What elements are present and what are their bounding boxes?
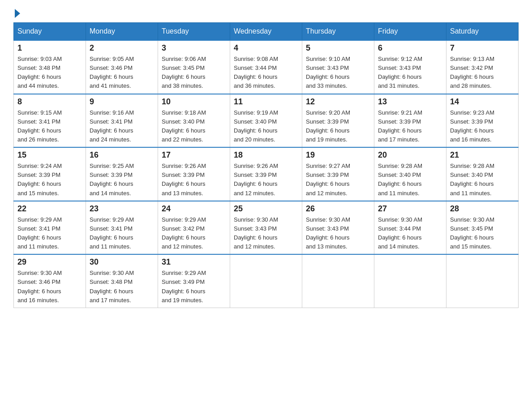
header-sunday: Sunday [14,23,86,41]
day-info: Sunrise: 9:03 AMSunset: 3:48 PMDaylight:… [17,56,62,89]
calendar-week-5: 29 Sunrise: 9:30 AMSunset: 3:46 PMDaylig… [14,254,519,308]
table-row: 28 Sunrise: 9:30 AMSunset: 3:45 PMDaylig… [446,201,519,255]
table-row [446,254,519,308]
header-saturday: Saturday [446,23,519,41]
day-info: Sunrise: 9:20 AMSunset: 3:39 PMDaylight:… [306,109,350,143]
day-info: Sunrise: 9:05 AMSunset: 3:46 PMDaylight:… [90,56,134,89]
day-info: Sunrise: 9:15 AMSunset: 3:41 PMDaylight:… [17,109,62,143]
table-row [302,254,374,308]
day-info: Sunrise: 9:21 AMSunset: 3:39 PMDaylight:… [378,109,422,143]
day-info: Sunrise: 9:25 AMSunset: 3:39 PMDaylight:… [90,163,134,196]
day-number: 25 [234,204,298,214]
day-number: 26 [306,204,370,214]
day-info: Sunrise: 9:30 AMSunset: 3:44 PMDaylight:… [378,216,422,250]
day-number: 31 [162,257,226,267]
day-info: Sunrise: 9:26 AMSunset: 3:39 PMDaylight:… [234,163,278,196]
day-info: Sunrise: 9:19 AMSunset: 3:40 PMDaylight:… [234,109,278,143]
table-row: 18 Sunrise: 9:26 AMSunset: 3:39 PMDaylig… [230,147,302,201]
day-info: Sunrise: 9:18 AMSunset: 3:40 PMDaylight:… [162,109,206,143]
day-info: Sunrise: 9:29 AMSunset: 3:49 PMDaylight:… [162,270,206,303]
day-number: 1 [17,43,82,53]
table-row [374,254,446,308]
day-number: 5 [306,43,370,53]
day-info: Sunrise: 9:29 AMSunset: 3:41 PMDaylight:… [17,216,62,250]
day-info: Sunrise: 9:27 AMSunset: 3:39 PMDaylight:… [306,163,350,196]
table-row: 3 Sunrise: 9:06 AMSunset: 3:45 PMDayligh… [158,40,230,94]
table-row: 11 Sunrise: 9:19 AMSunset: 3:40 PMDaylig… [230,94,302,148]
table-row [230,254,302,308]
table-row: 20 Sunrise: 9:28 AMSunset: 3:40 PMDaylig… [374,147,446,201]
day-number: 6 [378,43,442,53]
calendar-table: Sunday Monday Tuesday Wednesday Thursday… [13,22,519,308]
day-info: Sunrise: 9:16 AMSunset: 3:41 PMDaylight:… [90,109,134,143]
logo [13,9,20,18]
day-info: Sunrise: 9:12 AMSunset: 3:43 PMDaylight:… [378,56,422,89]
day-number: 20 [378,150,442,160]
day-number: 18 [234,150,298,160]
day-number: 21 [450,150,515,160]
day-info: Sunrise: 9:24 AMSunset: 3:39 PMDaylight:… [17,163,62,196]
table-row: 1 Sunrise: 9:03 AMSunset: 3:48 PMDayligh… [14,40,86,94]
day-number: 29 [17,257,82,267]
table-row: 25 Sunrise: 9:30 AMSunset: 3:43 PMDaylig… [230,201,302,255]
day-number: 12 [306,97,370,107]
table-row: 8 Sunrise: 9:15 AMSunset: 3:41 PMDayligh… [14,94,86,148]
table-row: 23 Sunrise: 9:29 AMSunset: 3:41 PMDaylig… [86,201,158,255]
table-row: 7 Sunrise: 9:13 AMSunset: 3:42 PMDayligh… [446,40,519,94]
table-row: 31 Sunrise: 9:29 AMSunset: 3:49 PMDaylig… [158,254,230,308]
calendar-week-1: 1 Sunrise: 9:03 AMSunset: 3:48 PMDayligh… [14,40,519,94]
table-row: 5 Sunrise: 9:10 AMSunset: 3:43 PMDayligh… [302,40,374,94]
table-row: 4 Sunrise: 9:08 AMSunset: 3:44 PMDayligh… [230,40,302,94]
day-info: Sunrise: 9:26 AMSunset: 3:39 PMDaylight:… [162,163,206,196]
day-info: Sunrise: 9:28 AMSunset: 3:40 PMDaylight:… [450,163,494,196]
table-row: 30 Sunrise: 9:30 AMSunset: 3:48 PMDaylig… [86,254,158,308]
day-info: Sunrise: 9:30 AMSunset: 3:48 PMDaylight:… [90,270,134,303]
day-number: 22 [17,204,82,214]
day-number: 23 [90,204,154,214]
day-number: 14 [450,97,515,107]
day-number: 4 [234,43,298,53]
header-wednesday: Wednesday [230,23,302,41]
table-row: 13 Sunrise: 9:21 AMSunset: 3:39 PMDaylig… [374,94,446,148]
table-row: 16 Sunrise: 9:25 AMSunset: 3:39 PMDaylig… [86,147,158,201]
day-number: 15 [17,150,82,160]
header-tuesday: Tuesday [158,23,230,41]
table-row: 2 Sunrise: 9:05 AMSunset: 3:46 PMDayligh… [86,40,158,94]
day-info: Sunrise: 9:30 AMSunset: 3:46 PMDaylight:… [17,270,62,303]
table-row: 24 Sunrise: 9:29 AMSunset: 3:42 PMDaylig… [158,201,230,255]
table-row: 19 Sunrise: 9:27 AMSunset: 3:39 PMDaylig… [302,147,374,201]
calendar-week-2: 8 Sunrise: 9:15 AMSunset: 3:41 PMDayligh… [14,94,519,148]
day-number: 28 [450,204,515,214]
day-number: 19 [306,150,370,160]
day-number: 30 [90,257,154,267]
table-row: 29 Sunrise: 9:30 AMSunset: 3:46 PMDaylig… [14,254,86,308]
table-row: 10 Sunrise: 9:18 AMSunset: 3:40 PMDaylig… [158,94,230,148]
day-number: 7 [450,43,515,53]
table-row: 17 Sunrise: 9:26 AMSunset: 3:39 PMDaylig… [158,147,230,201]
day-info: Sunrise: 9:13 AMSunset: 3:42 PMDaylight:… [450,56,494,89]
day-number: 27 [378,204,442,214]
day-info: Sunrise: 9:23 AMSunset: 3:39 PMDaylight:… [450,109,494,143]
calendar-week-4: 22 Sunrise: 9:29 AMSunset: 3:41 PMDaylig… [14,201,519,255]
table-row: 22 Sunrise: 9:29 AMSunset: 3:41 PMDaylig… [14,201,86,255]
day-info: Sunrise: 9:29 AMSunset: 3:41 PMDaylight:… [90,216,134,250]
day-number: 2 [90,43,154,53]
day-number: 9 [90,97,154,107]
table-row: 12 Sunrise: 9:20 AMSunset: 3:39 PMDaylig… [302,94,374,148]
table-row: 27 Sunrise: 9:30 AMSunset: 3:44 PMDaylig… [374,201,446,255]
day-number: 13 [378,97,442,107]
day-number: 11 [234,97,298,107]
header-thursday: Thursday [302,23,374,41]
table-row: 26 Sunrise: 9:30 AMSunset: 3:43 PMDaylig… [302,201,374,255]
table-row: 14 Sunrise: 9:23 AMSunset: 3:39 PMDaylig… [446,94,519,148]
day-info: Sunrise: 9:30 AMSunset: 3:43 PMDaylight:… [306,216,350,250]
table-row: 15 Sunrise: 9:24 AMSunset: 3:39 PMDaylig… [14,147,86,201]
table-row: 21 Sunrise: 9:28 AMSunset: 3:40 PMDaylig… [446,147,519,201]
day-number: 8 [17,97,82,107]
day-number: 17 [162,150,226,160]
header-friday: Friday [374,23,446,41]
table-row: 6 Sunrise: 9:12 AMSunset: 3:43 PMDayligh… [374,40,446,94]
logo-arrow-icon [15,9,20,18]
page-header [13,9,519,18]
table-row: 9 Sunrise: 9:16 AMSunset: 3:41 PMDayligh… [86,94,158,148]
